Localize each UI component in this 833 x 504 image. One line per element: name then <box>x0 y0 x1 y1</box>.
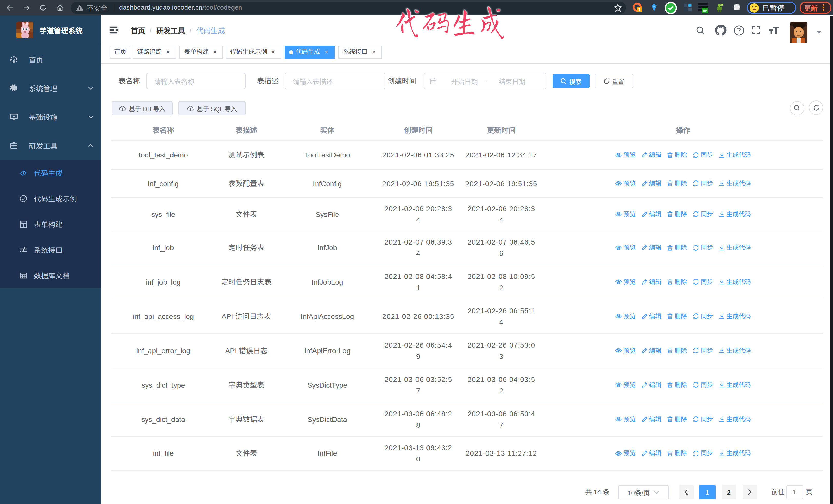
svg-text:1: 1 <box>639 7 641 12</box>
svg-text:on: on <box>703 8 708 13</box>
